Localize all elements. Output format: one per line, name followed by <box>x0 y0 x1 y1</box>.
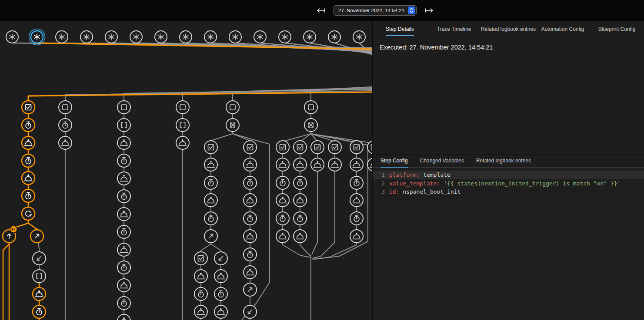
timer-node[interactable] <box>244 212 257 225</box>
tab-related-logbook-entries[interactable]: Related logbook entries <box>481 21 536 36</box>
service-bell-node[interactable] <box>294 194 307 207</box>
service-bell-node[interactable] <box>194 270 207 283</box>
service-bell-node[interactable] <box>214 305 227 318</box>
next-run-button[interactable] <box>422 5 436 16</box>
service-bell-node[interactable] <box>350 194 363 207</box>
arrow-top-right-node[interactable] <box>244 283 257 296</box>
timer-node[interactable] <box>294 212 307 225</box>
timer-node[interactable] <box>214 287 227 300</box>
service-bell-node[interactable] <box>204 158 217 171</box>
arrow-top-right-node[interactable] <box>204 230 217 243</box>
code-line[interactable]: 3id: nspanel_boot_init <box>373 188 644 196</box>
service-bell-node[interactable] <box>117 136 130 149</box>
brackets-node[interactable] <box>117 119 130 132</box>
asterisk-node[interactable] <box>56 31 68 43</box>
timer-node[interactable] <box>204 212 217 225</box>
asterisk-node[interactable] <box>6 31 18 43</box>
timer-node[interactable] <box>22 119 35 132</box>
brackets-node[interactable] <box>176 119 189 132</box>
timer-node[interactable] <box>244 176 257 189</box>
service-bell-node[interactable] <box>117 172 130 185</box>
timer-node[interactable] <box>350 212 363 225</box>
code-line[interactable]: 2value_template: '{{ states(nextion_init… <box>373 179 644 188</box>
timer-node[interactable] <box>204 176 217 189</box>
arrow-bottom-left-node[interactable] <box>244 305 257 318</box>
timer-node[interactable] <box>117 154 130 167</box>
service-bell-node[interactable] <box>244 266 257 279</box>
asterisk-node[interactable] <box>29 29 45 45</box>
service-bell-node[interactable] <box>328 158 341 171</box>
tab-blueprint-config[interactable]: Blueprint Config <box>590 21 644 36</box>
checkbox-marked-node[interactable] <box>194 252 207 265</box>
timer-node[interactable] <box>350 176 363 189</box>
service-bell-node[interactable] <box>244 158 257 171</box>
service-bell-node[interactable] <box>22 172 35 185</box>
service-bell-node[interactable] <box>276 158 289 171</box>
service-bell-node[interactable] <box>194 305 207 318</box>
service-bell-node[interactable] <box>117 314 130 320</box>
tab-step-details[interactable]: Step Details <box>373 21 427 36</box>
tab-automation-config[interactable]: Automation Config <box>535 21 590 36</box>
checkbox-marked-node[interactable] <box>294 141 307 154</box>
checkbox-marked-node[interactable] <box>276 141 289 154</box>
asterisk-node[interactable] <box>204 31 217 43</box>
step-config-code[interactable]: 1platform: template2value_template: '{{ … <box>373 168 644 320</box>
asterisk-node[interactable] <box>254 31 266 43</box>
checkbox-blank-node[interactable] <box>304 101 317 114</box>
timer-node[interactable] <box>117 225 130 238</box>
service-bell-node[interactable] <box>22 136 35 149</box>
asterisk-node[interactable] <box>304 31 316 43</box>
service-bell-node[interactable] <box>117 279 130 292</box>
timer-node[interactable] <box>22 189 35 202</box>
service-bell-node[interactable] <box>117 208 130 221</box>
service-bell-node[interactable] <box>214 270 227 283</box>
service-bell-node[interactable] <box>311 158 324 171</box>
service-bell-node[interactable] <box>276 194 289 207</box>
checkbox-marked-node[interactable] <box>204 141 217 154</box>
arrow-up-node[interactable]: 9+ <box>3 226 17 243</box>
service-bell-node[interactable] <box>176 136 189 149</box>
tab-step-config[interactable]: Step Config <box>374 155 414 167</box>
timer-node[interactable] <box>59 119 72 132</box>
tab-trace-timeline[interactable]: Trace Timeline <box>427 21 481 36</box>
brackets-node[interactable] <box>33 270 46 283</box>
run-select[interactable]: 27. November 2022, 14:54:21 <box>334 5 417 16</box>
service-bell-node[interactable] <box>350 158 363 171</box>
checkbox-marked-node[interactable] <box>244 141 257 154</box>
asterisk-node[interactable] <box>229 31 241 43</box>
parallel-node[interactable] <box>304 119 317 132</box>
arrow-top-right-node[interactable] <box>30 230 43 243</box>
checkbox-marked-node[interactable] <box>22 101 35 114</box>
previous-run-button[interactable] <box>314 5 328 16</box>
arrow-bottom-left-node[interactable] <box>214 252 227 265</box>
asterisk-node[interactable] <box>155 31 167 43</box>
asterisk-node[interactable] <box>80 31 93 43</box>
timer-node[interactable] <box>22 154 35 167</box>
asterisk-node[interactable] <box>105 31 117 43</box>
service-bell-node[interactable] <box>244 194 257 207</box>
asterisk-node[interactable] <box>328 31 340 43</box>
checkbox-marked-node[interactable] <box>328 141 341 154</box>
code-line[interactable]: 1platform: template <box>373 171 644 179</box>
timer-node[interactable] <box>117 297 130 310</box>
timer-node[interactable] <box>33 305 46 318</box>
tab-changed-variables[interactable]: Changed Variables <box>414 155 470 167</box>
service-bell-node[interactable] <box>244 230 257 243</box>
arrow-bottom-left-node[interactable] <box>33 252 46 265</box>
repeat-node[interactable] <box>22 207 35 220</box>
timer-node[interactable] <box>276 212 289 225</box>
timer-node[interactable] <box>117 190 130 203</box>
tab-related-logbook-entries[interactable]: Related logbook entries <box>470 155 537 167</box>
checkbox-blank-node[interactable] <box>59 101 72 114</box>
timer-node[interactable] <box>244 248 257 261</box>
asterisk-node[interactable] <box>180 31 192 43</box>
service-bell-node[interactable] <box>117 243 130 256</box>
service-bell-node[interactable] <box>294 230 307 243</box>
service-bell-node[interactable] <box>276 230 289 243</box>
asterisk-node[interactable] <box>130 31 142 43</box>
parallel-node[interactable] <box>226 119 239 132</box>
checkbox-marked-node[interactable] <box>350 141 363 154</box>
asterisk-node[interactable] <box>279 31 291 43</box>
service-bell-node[interactable] <box>33 287 46 300</box>
service-bell-node[interactable] <box>204 194 217 207</box>
